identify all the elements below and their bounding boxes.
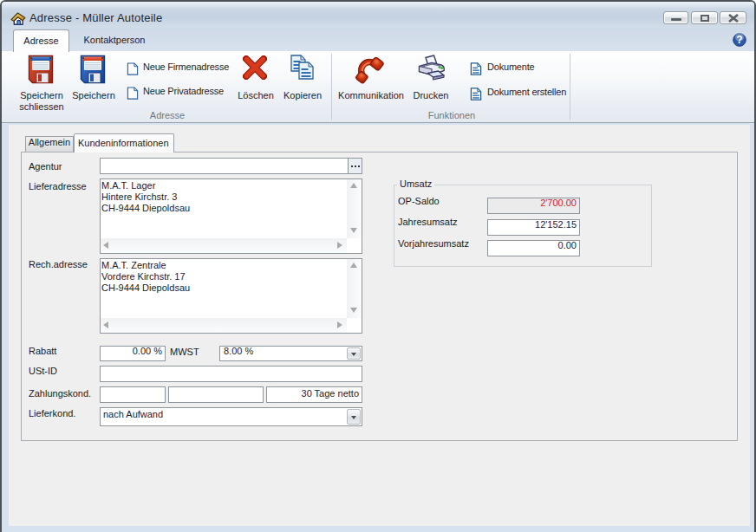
svg-text:?: ? — [736, 34, 742, 46]
